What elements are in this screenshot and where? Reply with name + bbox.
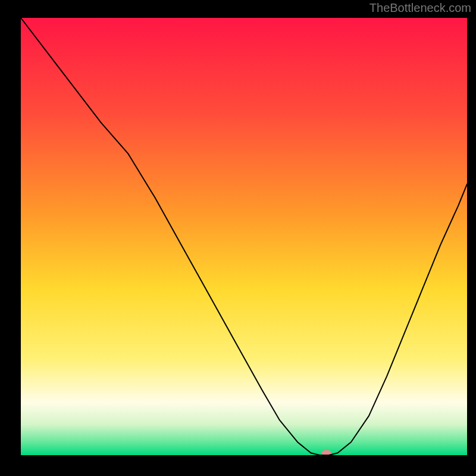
chart-svg (0, 0, 476, 476)
bottleneck-chart: TheBottleneck.com (0, 0, 476, 476)
watermark-text: TheBottleneck.com (369, 1, 471, 15)
plot-background (21, 18, 467, 455)
